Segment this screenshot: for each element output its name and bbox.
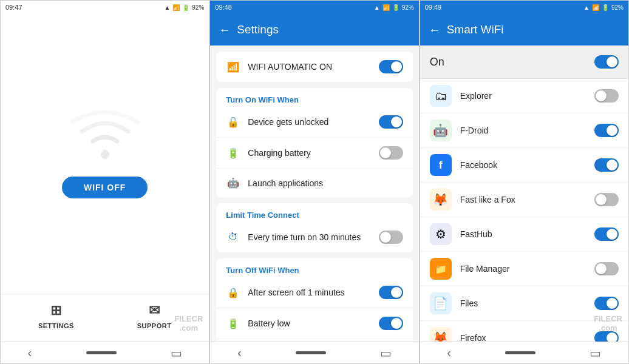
home-pill-1[interactable] — [86, 351, 117, 354]
wifi-icon-large — [69, 110, 141, 164]
panel1-main: WIFI OFF — [1, 14, 209, 294]
launch-apps-row[interactable]: 🤖 Launch applications — [216, 169, 412, 197]
filemanager-toggle[interactable] — [594, 262, 619, 275]
status-icons-3: ▲ 📶 🔋 92% — [583, 4, 624, 11]
recents-btn-3[interactable]: ▭ — [590, 346, 601, 360]
files-name: Files — [460, 298, 586, 308]
on-label: On — [430, 56, 594, 69]
app-item-facebook[interactable]: f Facebook — [420, 148, 628, 183]
device-unlocked-label: Device gets unlocked — [248, 117, 371, 127]
charging-toggle[interactable] — [379, 146, 403, 160]
screen-off-knob — [391, 287, 402, 298]
panel1-bottom-nav: ⊞ SETTINGS ✉ SUPPORT — [1, 294, 209, 342]
filemanager-knob — [596, 263, 607, 274]
fasthub-toggle[interactable] — [594, 228, 619, 241]
fox-name: Fast like a Fox — [460, 195, 586, 204]
battery-low-toggle[interactable] — [379, 317, 403, 330]
charging-label: Charging battery — [248, 148, 371, 158]
phone-panel-1: 09:47 ▲ 📶 🔋 92% WIFI OFF ⊞ SETTINGS — [0, 0, 209, 364]
screen-off-row[interactable]: 🔒 After screen off 1 minutes — [216, 277, 412, 308]
battery-pct-3: 92% — [611, 4, 624, 11]
support-nav-item[interactable]: ✉ SUPPORT — [137, 303, 172, 329]
fasthub-name: FastHub — [460, 229, 586, 239]
app-item-fdroid[interactable]: 🤖 F-Droid — [420, 113, 628, 148]
battery-low-knob — [391, 318, 402, 329]
status-icons-2: ▲ 📶 🔋 92% — [374, 4, 414, 11]
support-nav-icon: ✉ — [149, 303, 160, 318]
signal-icon: ▲ — [164, 4, 170, 11]
smart-wifi-content: On 🗂 Explorer 🤖 F-Droid f Facebook — [420, 46, 628, 342]
status-bar-2: 09:48 ▲ 📶 🔋 92% — [210, 1, 418, 14]
on-toggle[interactable] — [594, 55, 619, 69]
every-30-row[interactable]: ⏱ Every time turn on 30 minutes — [216, 222, 412, 252]
facebook-name: Facebook — [460, 160, 586, 170]
smart-wifi-top-bar: ← Smart WiFi — [420, 14, 628, 46]
fox-toggle[interactable] — [594, 193, 619, 206]
on-knob — [607, 56, 617, 67]
smart-wifi-back-btn[interactable]: ← — [429, 23, 441, 37]
wifi-auto-toggle[interactable] — [379, 60, 403, 73]
battery-low-icon: 🔋 — [226, 318, 240, 329]
device-unlocked-toggle[interactable] — [379, 115, 403, 129]
screen-off-toggle[interactable] — [379, 286, 403, 299]
turn-on-card: Turn On WiFi When 🔓 Device gets unlocked… — [216, 88, 412, 197]
recents-btn-2[interactable]: ▭ — [380, 346, 392, 360]
fdroid-knob — [607, 125, 617, 136]
recents-btn-1[interactable]: ▭ — [171, 346, 182, 360]
files-toggle[interactable] — [594, 297, 619, 310]
support-nav-label: SUPPORT — [137, 322, 172, 329]
time-3: 09:49 — [425, 4, 442, 11]
device-unlocked-row[interactable]: 🔓 Device gets unlocked — [216, 107, 412, 138]
app-item-explorer[interactable]: 🗂 Explorer — [420, 79, 628, 113]
fdroid-name: F-Droid — [460, 126, 586, 135]
filemanager-name: File Manager — [460, 264, 586, 274]
facebook-toggle[interactable] — [594, 158, 619, 172]
wifi-auto-row[interactable]: 📶 WIFI AUTOMATIC ON — [216, 52, 412, 82]
home-pill-2[interactable] — [296, 351, 326, 354]
wifi-icon-2: 📶 — [382, 4, 390, 11]
settings-back-btn[interactable]: ← — [219, 23, 231, 37]
app-item-files[interactable]: 📄 Files — [420, 286, 628, 321]
turn-off-card: Turn Off WiFi When 🔒 After screen off 1 … — [216, 258, 412, 342]
fasthub-icon: ⚙ — [430, 223, 452, 245]
svg-point-0 — [101, 150, 109, 159]
explorer-knob — [596, 90, 607, 101]
bottom-nav-1: ‹ ▭ — [1, 342, 209, 363]
home-pill-3[interactable] — [505, 351, 536, 354]
limit-time-title: Limit Time Connect — [216, 203, 412, 222]
turn-off-title: Turn Off WiFi When — [216, 258, 412, 277]
every-30-toggle[interactable] — [379, 231, 403, 244]
status-icons-1: ▲ 📶 🔋 92% — [164, 4, 204, 11]
settings-nav-item[interactable]: ⊞ SETTINGS — [38, 303, 74, 329]
app-item-fox[interactable]: 🦊 Fast like a Fox — [420, 183, 628, 217]
fdroid-toggle[interactable] — [594, 124, 619, 137]
settings-title: Settings — [237, 23, 279, 36]
wifi-auto-label: WIFI AUTOMATIC ON — [248, 62, 371, 72]
wifi-auto-card: 📶 WIFI AUTOMATIC ON — [216, 52, 412, 82]
limit-time-card: Limit Time Connect ⏱ Every time turn on … — [216, 203, 412, 252]
battery-pct-1: 92% — [192, 4, 204, 11]
fasthub-knob — [607, 229, 617, 240]
time-2: 09:48 — [215, 4, 232, 11]
battery-icon-3: 🔋 — [602, 4, 609, 11]
charging-row[interactable]: 🔋 Charging battery — [216, 138, 412, 169]
fdroid-icon: 🤖 — [430, 120, 452, 141]
smart-wifi-on-row[interactable]: On — [420, 46, 628, 79]
app-item-filemanager[interactable]: 📁 File Manager — [420, 252, 628, 286]
app-item-fasthub[interactable]: ⚙ FastHub — [420, 217, 628, 252]
fox-knob — [596, 194, 607, 205]
battery-pct-2: 92% — [402, 4, 414, 11]
every-30-knob — [380, 232, 391, 243]
wifi-off-button[interactable]: WIFI OFF — [62, 177, 148, 198]
settings-nav-label: SETTINGS — [38, 322, 74, 329]
back-btn-3[interactable]: ‹ — [447, 346, 451, 360]
firefox-icon: 🦊 — [430, 327, 452, 342]
back-btn-1[interactable]: ‹ — [28, 346, 32, 360]
battery-low-row[interactable]: 🔋 Battery low — [216, 308, 412, 339]
signal-icon-2: ▲ — [374, 4, 380, 11]
firefox-toggle[interactable] — [594, 331, 619, 342]
app-item-firefox[interactable]: 🦊 Firefox — [420, 321, 628, 342]
device-unlocked-knob — [391, 116, 402, 127]
explorer-toggle[interactable] — [594, 89, 619, 103]
back-btn-2[interactable]: ‹ — [237, 346, 242, 360]
